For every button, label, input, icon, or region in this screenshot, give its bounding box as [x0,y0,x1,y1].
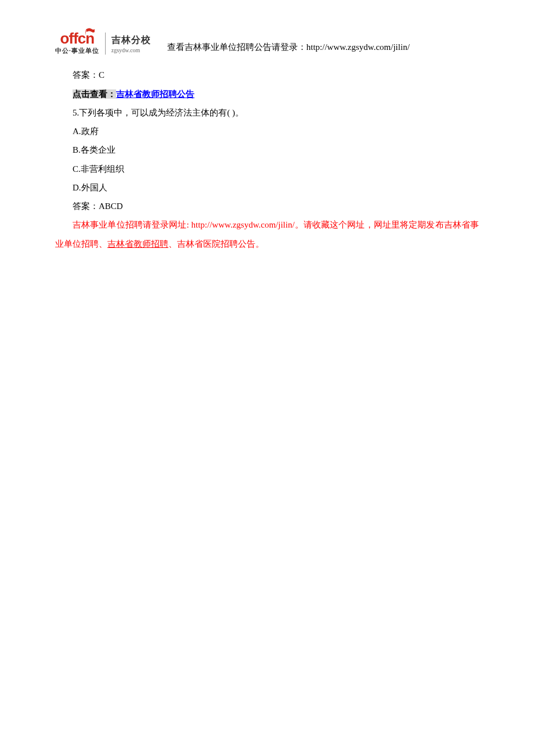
question-5: 5.下列各项中，可以成为经济法主体的有( )。 [55,103,479,122]
logo-main-text: offcn [60,32,95,45]
domain-text: zgsydw.com [111,47,140,53]
footer-paragraph: 吉林事业单位招聘请登录网址: http://www.zgsydw.com/jil… [55,215,479,253]
logo-left: offcn 中公·事业单位 [55,32,99,55]
click-view-line: 点击查看：吉林省教师招聘公告 [55,85,479,103]
branch-text: 吉林分校 [111,34,151,46]
click-prompt: 点击查看： [73,89,116,99]
footer-link[interactable]: 吉林省教师招聘 [107,239,168,249]
teacher-recruit-link[interactable]: 吉林省教师招聘公告 [116,89,194,99]
flag-icon [85,28,95,36]
option-c: C.非营利组织 [55,160,479,178]
option-d: D.外国人 [55,178,479,197]
logo-block: offcn 中公·事业单位 吉林分校 zgsydw.com [55,32,151,55]
option-a: A.政府 [55,122,479,141]
document-content: 答案：C 点击查看：吉林省教师招聘公告 5.下列各项中，可以成为经济法主体的有(… [0,55,534,253]
logo-sub-text: 中公·事业单位 [55,46,99,55]
footer-text-3: 、吉林省医院招聘公告。 [168,239,264,249]
option-b: B.各类企业 [55,141,479,159]
logo-right: 吉林分校 zgsydw.com [111,34,151,53]
logo-divider [105,33,106,55]
document-header: offcn 中公·事业单位 吉林分校 zgsydw.com 查看吉林事业单位招聘… [0,0,534,55]
header-note: 查看吉林事业单位招聘公告请登录：http://www.zgsydw.com/ji… [167,42,410,55]
answer-4: 答案：C [55,66,479,84]
answer-5: 答案：ABCD [55,197,479,215]
